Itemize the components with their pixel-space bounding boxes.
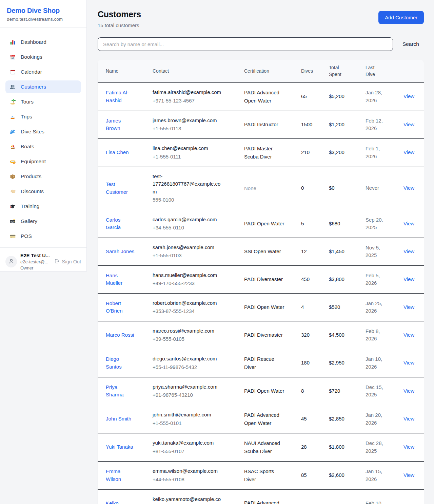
view-customer-link[interactable]: View	[403, 388, 414, 394]
customer-name-link[interactable]: Marco Rossi	[106, 331, 134, 339]
desert-island-icon	[9, 99, 16, 105]
svg-text:17: 17	[12, 57, 14, 59]
customer-total-spent: $3,200	[325, 138, 361, 167]
customer-name-link[interactable]: Keiko Yamamoto	[106, 500, 136, 504]
customer-count: 15 total customers	[98, 22, 141, 28]
customer-name-link[interactable]: Lisa Chen	[106, 149, 129, 156]
user-name: E2E Test U...	[20, 253, 51, 258]
sidebar-item-pos[interactable]: POS	[5, 230, 81, 243]
customer-name-link[interactable]: Emma Wilson	[106, 468, 136, 483]
view-customer-link[interactable]: View	[403, 472, 414, 478]
search-button[interactable]: Search	[402, 41, 419, 47]
customer-last-dive: Dec 28, 2025	[366, 440, 386, 455]
customer-certification: SSI Open Water	[244, 247, 287, 256]
customer-name-link[interactable]: Carlos Garcia	[106, 216, 136, 231]
customer-name-link[interactable]: Priya Sharma	[106, 384, 136, 399]
customer-name-link[interactable]: James Brown	[106, 117, 136, 132]
spiral-calendar-icon	[9, 69, 16, 75]
customer-certification: PADI Advanced Open Water	[244, 411, 287, 427]
customer-certification: PADI Open Water	[244, 387, 287, 395]
customer-total-spent: $1,200	[325, 111, 361, 138]
view-customer-link[interactable]: View	[403, 304, 414, 310]
customer-row: John Smith john.smith@example.com +1-555…	[98, 405, 424, 433]
customer-last-dive: Jan 25, 2026	[366, 300, 386, 315]
sidebar-item-dive-sites[interactable]: Dive Sites	[5, 125, 81, 138]
column-header-contact: Contact	[149, 60, 240, 82]
sidebar-item-customers[interactable]: Customers	[5, 80, 81, 93]
search-bar: Search	[98, 37, 424, 51]
customer-dives: 95	[297, 489, 325, 504]
view-customer-link[interactable]: View	[403, 248, 414, 254]
customer-certification: PADI Rescue Diver	[244, 355, 287, 371]
sidebar-item-tours[interactable]: Tours	[5, 95, 81, 108]
sidebar-item-products[interactable]: Products	[5, 170, 81, 183]
customer-name-link[interactable]: Hans Mueller	[106, 272, 136, 287]
main-content: Customers 15 total customers Add Custome…	[87, 0, 434, 504]
customer-name-link[interactable]: Robert O'Brien	[106, 300, 136, 315]
sidebar-item-dashboard[interactable]: Dashboard	[5, 36, 81, 49]
customer-last-dive: Jan 15, 2026	[366, 468, 386, 483]
customer-email: yuki.tanaka@example.com	[153, 439, 222, 447]
customer-certification: PADI Advanced Open Water	[244, 89, 287, 105]
customer-last-dive: Jan 10, 2026	[366, 355, 386, 371]
customer-row: Sarah Jones sarah.jones@example.com +1-5…	[98, 238, 424, 265]
customers-table-card: NameContactCertificationDivesTotal Spent…	[98, 60, 424, 504]
sidebar-item-training[interactable]: Training	[5, 200, 81, 213]
customer-name-link[interactable]: Sarah Jones	[106, 248, 134, 256]
customer-phone: +34-555-0110	[153, 224, 236, 232]
column-header-name: Name	[98, 60, 149, 82]
customer-dives: 8	[297, 377, 325, 405]
view-customer-link[interactable]: View	[403, 416, 414, 422]
motorboat-icon	[9, 114, 16, 120]
customer-row: Carlos Garcia carlos.garcia@example.com …	[98, 210, 424, 238]
customer-total-spent: $0	[325, 167, 361, 210]
page-header-text: Customers 15 total customers	[98, 10, 141, 28]
sidebar-item-gallery[interactable]: Gallery	[5, 215, 81, 228]
customer-dives: 85	[297, 461, 325, 489]
customer-certification: PADI Divemaster	[244, 275, 287, 283]
customer-dives: 28	[297, 433, 325, 461]
customer-name-link[interactable]: John Smith	[106, 415, 131, 423]
customer-dives: 1500	[297, 111, 325, 138]
customer-certification: NAUI Advanced Scuba Diver	[244, 439, 287, 455]
view-customer-link[interactable]: View	[403, 444, 414, 450]
avatar	[5, 256, 17, 267]
customer-email: diego.santos@example.com	[153, 355, 222, 363]
column-header-certification: Certification	[240, 60, 297, 82]
customer-name-link[interactable]: Test Customer	[106, 181, 136, 196]
search-input[interactable]	[98, 37, 393, 51]
customer-total-spent: $5,200	[325, 82, 361, 111]
customer-row: Fatima Al-Rashid fatima.alrashid@example…	[98, 82, 424, 111]
customer-last-dive: Feb 8, 2026	[366, 328, 386, 343]
add-customer-button[interactable]: Add Customer	[378, 11, 424, 24]
customer-row: Keiko Yamamoto keiko.yamamoto@example.co…	[98, 489, 424, 504]
sidebar-item-boats[interactable]: Boats	[5, 140, 81, 153]
customer-certification: PADI Open Water	[244, 303, 287, 311]
customer-certification: PADI Master Scuba Diver	[244, 145, 287, 161]
sidebar-item-equipment[interactable]: Equipment	[5, 155, 81, 168]
view-customer-link[interactable]: View	[403, 276, 414, 282]
customer-name-link[interactable]: Diego Santos	[106, 355, 136, 371]
sidebar-item-discounts[interactable]: Discounts	[5, 185, 81, 198]
customer-dives: 450	[297, 265, 325, 293]
customer-email: marco.rossi@example.com	[153, 327, 222, 335]
view-customer-link[interactable]: View	[403, 122, 414, 127]
view-customer-link[interactable]: View	[403, 332, 414, 338]
customer-row: Test Customer test-1772681807767@example…	[98, 167, 424, 210]
sidebar-item-bookings[interactable]: 17 Bookings	[5, 51, 81, 63]
customer-certification: PADI Instructor	[244, 120, 287, 129]
view-customer-link[interactable]: View	[403, 185, 414, 191]
sidebar-item-calendar[interactable]: Calendar	[5, 66, 81, 78]
customer-name-link[interactable]: Fatima Al-Rashid	[106, 89, 136, 104]
customer-email: sarah.jones@example.com	[153, 244, 222, 251]
sidebar-item-trips[interactable]: Trips	[5, 110, 81, 123]
customer-name-link[interactable]: Yuki Tanaka	[106, 443, 133, 451]
customer-phone: +353-87-555-1234	[153, 307, 236, 315]
view-customer-link[interactable]: View	[403, 93, 414, 99]
view-customer-link[interactable]: View	[403, 221, 414, 226]
view-customer-link[interactable]: View	[403, 149, 414, 155]
customer-email: john.smith@example.com	[153, 411, 222, 419]
sign-out-button[interactable]: Sign Out	[54, 258, 81, 265]
credit-card-icon	[9, 233, 16, 240]
view-customer-link[interactable]: View	[403, 360, 414, 366]
